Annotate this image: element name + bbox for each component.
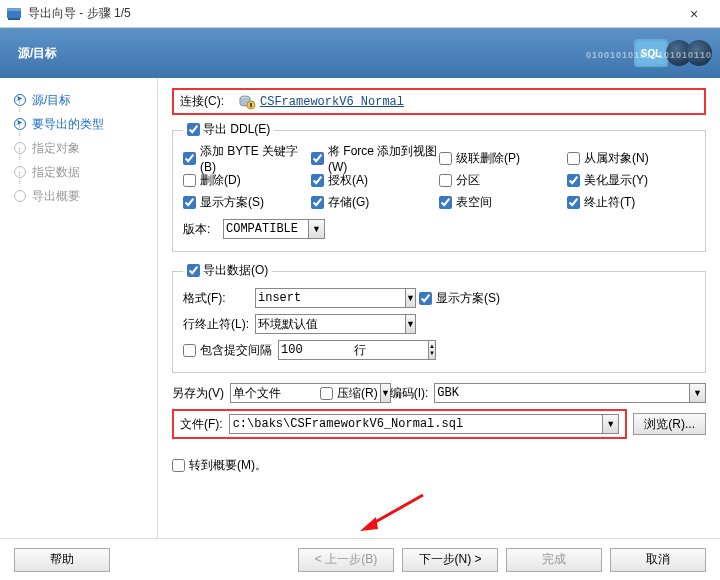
connection-row: 连接(C): CSFrameworkV6_Normal [172, 88, 706, 115]
svg-marker-7 [360, 517, 378, 531]
step-label: 指定数据 [32, 164, 80, 181]
encoding-dropdown-button[interactable]: ▼ [690, 383, 706, 403]
back-button[interactable]: < 上一步(B) [298, 548, 394, 572]
connection-highlight: 连接(C): CSFrameworkV6_Normal [172, 88, 706, 115]
commit-interval-checkbox[interactable]: 包含提交间隔 [183, 342, 272, 359]
beautify-checkbox[interactable]: 美化显示(Y) [567, 172, 648, 189]
window-title: 导出向导 - 步骤 1/5 [28, 5, 674, 22]
line-terminator-dropdown-button[interactable]: ▼ [406, 314, 416, 334]
line-terminator-label: 行终止符(L): [183, 316, 255, 333]
data-show-schema-checkbox[interactable]: 显示方案(S) [419, 290, 500, 307]
show-schema-checkbox[interactable]: 显示方案(S) [183, 194, 264, 211]
database-icon [238, 94, 256, 110]
storage-checkbox[interactable]: 存储(G) [311, 194, 369, 211]
encoding-label: 编码(I): [390, 385, 429, 402]
partition-checkbox[interactable]: 分区 [439, 172, 480, 189]
file-dropdown-button[interactable]: ▼ [603, 414, 619, 434]
banner: 源/目标 SQL 010010101010101010110 [0, 28, 720, 78]
format-label: 格式(F): [183, 290, 255, 307]
goto-summary-checkbox[interactable]: 转到概要(M)。 [172, 457, 267, 474]
save-as-row: 另存为(V) ▼ 压缩(R) 编码(I): ▼ [172, 383, 706, 403]
main-panel: 连接(C): CSFrameworkV6_Normal 导出 DDL(E) 添加… [158, 78, 720, 538]
encoding-select[interactable] [434, 383, 690, 403]
cascade-delete-checkbox[interactable]: 级联删除(P) [439, 150, 520, 167]
step-label: 导出概要 [32, 188, 80, 205]
line-terminator-select[interactable] [255, 314, 406, 334]
dependent-objects-checkbox[interactable]: 从属对象(N) [567, 150, 649, 167]
svg-line-6 [370, 495, 423, 525]
save-as-label: 另存为(V) [172, 385, 224, 402]
export-ddl-fieldset: 导出 DDL(E) 添加 BYTE 关键字(B) 将 Force 添加到视图(W… [172, 121, 706, 252]
commit-unit: 行 [354, 342, 366, 359]
export-data-checkbox[interactable]: 导出数据(O) [187, 262, 268, 279]
file-label: 文件(F): [180, 416, 223, 433]
version-dropdown-button[interactable]: ▼ [309, 219, 325, 239]
step-export-summary: 导出概要 [14, 184, 157, 208]
step-label: 指定对象 [32, 140, 80, 157]
connection-value[interactable]: CSFrameworkV6_Normal [260, 95, 404, 109]
app-icon [6, 6, 22, 22]
step-source-target[interactable]: 源/目标 [14, 88, 157, 112]
svg-rect-2 [8, 18, 20, 20]
cancel-button[interactable]: 取消 [610, 548, 706, 572]
file-highlight: 文件(F): ▼ [172, 409, 627, 439]
help-button[interactable]: 帮助 [14, 548, 110, 572]
tablespace-checkbox[interactable]: 表空间 [439, 194, 492, 211]
step-export-types[interactable]: 要导出的类型 [14, 112, 157, 136]
version-label: 版本: [183, 221, 223, 238]
commit-interval-spinner[interactable]: ▲▼ [429, 340, 436, 360]
format-dropdown-button[interactable]: ▼ [406, 288, 416, 308]
step-specify-objects: 指定对象 [14, 136, 157, 160]
banner-binary-text: 010010101010101010110 [586, 50, 712, 60]
version-select[interactable] [223, 219, 309, 239]
step-label: 源/目标 [32, 92, 71, 109]
terminator-checkbox[interactable]: 终止符(T) [567, 194, 635, 211]
titlebar: 导出向导 - 步骤 1/5 × [0, 0, 720, 28]
step-label: 要导出的类型 [32, 116, 104, 133]
banner-title: 源/目标 [18, 45, 57, 62]
export-data-fieldset: 导出数据(O) 格式(F): ▼ 显示方案(S) 行终止符(L): ▼ 包含提交… [172, 262, 706, 373]
drop-checkbox[interactable]: 删除(D) [183, 172, 241, 189]
connection-label: 连接(C) [180, 94, 221, 108]
step-specify-data: 指定数据 [14, 160, 157, 184]
wizard-steps-sidebar: 源/目标 要导出的类型 指定对象 指定数据 导出概要 [0, 78, 158, 538]
finish-button[interactable]: 完成 [506, 548, 602, 572]
browse-button[interactable]: 浏览(R)... [633, 413, 706, 435]
footer: 帮助 < 上一步(B) 下一步(N) > 完成 取消 [0, 538, 720, 580]
grant-checkbox[interactable]: 授权(A) [311, 172, 368, 189]
svg-rect-1 [7, 8, 21, 11]
svg-rect-5 [250, 103, 252, 107]
file-row: 文件(F): ▼ 浏览(R)... [172, 409, 706, 439]
export-ddl-checkbox[interactable]: 导出 DDL(E) [187, 121, 270, 138]
close-button[interactable]: × [674, 6, 714, 22]
file-path-input[interactable] [229, 414, 604, 434]
format-select[interactable] [255, 288, 406, 308]
next-button[interactable]: 下一步(N) > [402, 548, 498, 572]
compress-checkbox[interactable]: 压缩(R) [320, 385, 378, 402]
annotation-arrow-icon [358, 493, 428, 533]
